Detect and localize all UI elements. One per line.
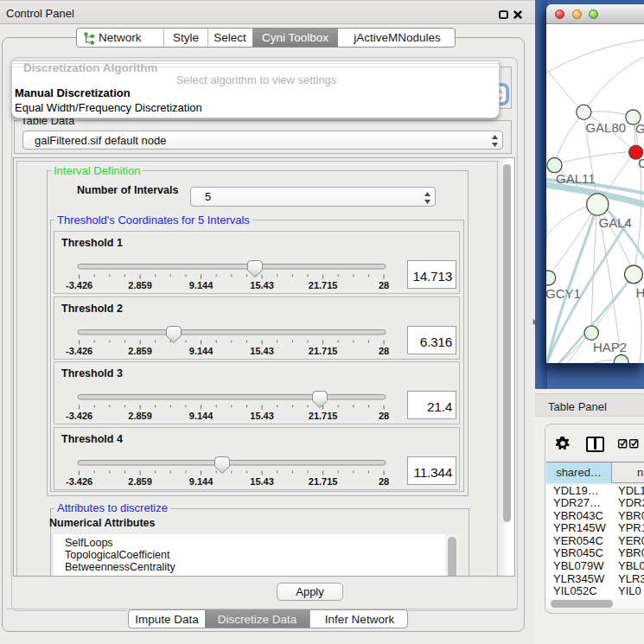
svg-text:9.144: 9.144	[189, 345, 214, 355]
svg-text:H: H	[636, 285, 644, 300]
svg-text:-3.426: -3.426	[66, 280, 92, 290]
svg-text:GA: GA	[635, 121, 644, 136]
svg-text:-3.426: -3.426	[66, 475, 92, 486]
svg-text:28: 28	[379, 280, 389, 290]
svg-text:28: 28	[379, 345, 389, 355]
svg-text:15.43: 15.43	[250, 345, 274, 355]
svg-text:28: 28	[379, 411, 389, 421]
svg-text:GAL11: GAL11	[556, 171, 596, 186]
svg-text:9.144: 9.144	[189, 475, 214, 486]
svg-text:2.859: 2.859	[128, 280, 152, 290]
svg-text:-3.426: -3.426	[66, 411, 92, 421]
svg-text:21.715: 21.715	[309, 411, 338, 421]
svg-text:2.859: 2.859	[128, 345, 152, 355]
svg-text:15.43: 15.43	[250, 280, 274, 290]
svg-text:GAL4: GAL4	[599, 215, 632, 230]
svg-text:C: C	[638, 156, 644, 170]
svg-text:HAP2: HAP2	[593, 340, 627, 354]
svg-text:GCY1: GCY1	[546, 286, 581, 301]
svg-text:21.715: 21.715	[309, 345, 338, 355]
svg-text:9.144: 9.144	[189, 411, 214, 421]
svg-text:GAL80: GAL80	[585, 120, 626, 135]
svg-text:15.43: 15.43	[250, 411, 274, 421]
svg-text:-3.426: -3.426	[66, 345, 92, 355]
svg-text:15.43: 15.43	[250, 475, 274, 486]
svg-text:21.715: 21.715	[309, 280, 338, 290]
svg-text:21.715: 21.715	[309, 475, 338, 486]
svg-text:28: 28	[379, 475, 389, 486]
svg-text:2.859: 2.859	[128, 475, 152, 486]
svg-text:2.859: 2.859	[128, 411, 152, 421]
svg-text:9.144: 9.144	[189, 280, 214, 290]
